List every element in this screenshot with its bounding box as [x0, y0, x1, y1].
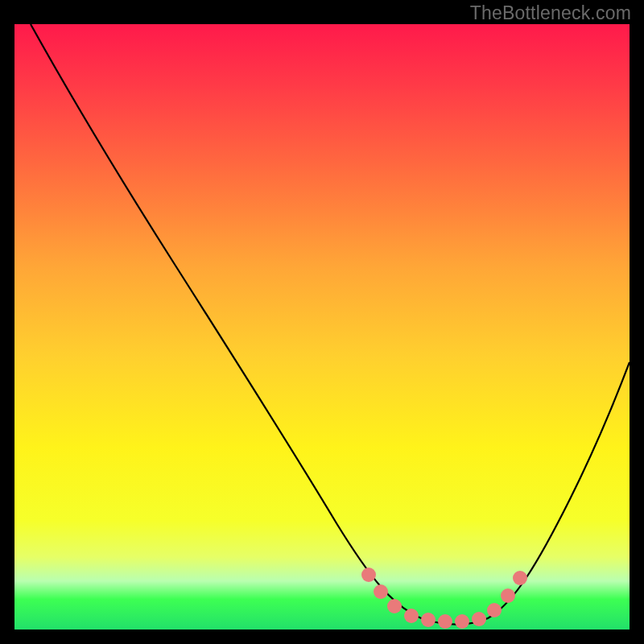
watermark-text: TheBottleneck.com [470, 2, 631, 24]
svg-point-1 [374, 584, 388, 599]
bottleneck-curve [31, 24, 630, 625]
svg-point-10 [513, 571, 527, 585]
svg-point-4 [421, 613, 436, 627]
svg-point-2 [387, 599, 402, 613]
valley-markers [361, 568, 527, 629]
svg-point-0 [361, 568, 376, 582]
chart-frame: TheBottleneck.com [0, 0, 644, 644]
svg-point-5 [438, 614, 452, 629]
svg-point-8 [487, 603, 502, 617]
chart-overlay-svg [14, 24, 630, 630]
svg-point-3 [404, 609, 419, 623]
svg-point-9 [501, 588, 515, 603]
svg-point-7 [472, 612, 486, 626]
plot-area [14, 24, 630, 630]
svg-point-6 [455, 614, 469, 629]
